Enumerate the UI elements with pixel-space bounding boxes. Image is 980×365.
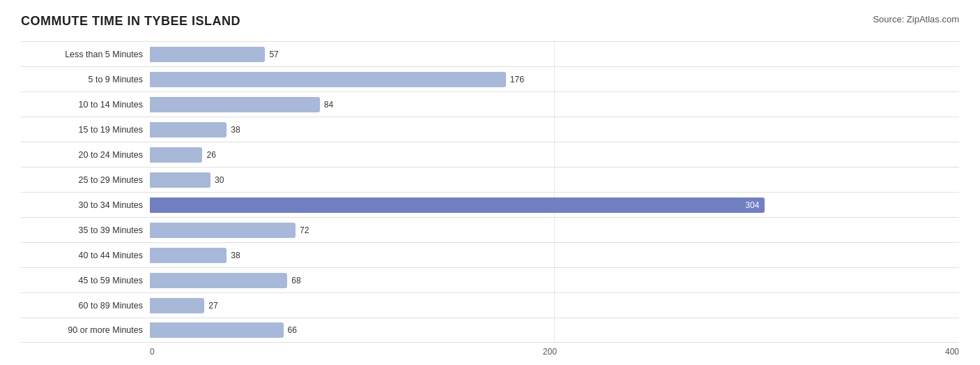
bar-container: 68 [150, 268, 959, 292]
bar-row: 20 to 24 Minutes26 [21, 142, 959, 167]
x-axis-label-0: 0 [150, 347, 155, 357]
bar-fill [150, 322, 284, 338]
bar-container: 38 [150, 243, 959, 267]
bar-label: 60 to 89 Minutes [21, 301, 150, 311]
bar-fill [150, 72, 506, 87]
bar-row: 40 to 44 Minutes38 [21, 242, 959, 267]
bar-fill [150, 47, 265, 62]
bar-row: 90 or more Minutes66 [21, 318, 959, 343]
bar-container: 66 [150, 318, 959, 342]
bar-row: 25 to 29 Minutes30 [21, 167, 959, 192]
chart-source: Source: ZipAtlas.com [873, 14, 959, 24]
bar-fill [150, 147, 202, 163]
bar-container: 176 [150, 67, 959, 91]
bar-value: 27 [208, 301, 217, 311]
chart-area: Less than 5 Minutes575 to 9 Minutes17610… [21, 41, 959, 357]
x-axis-labels: 0 200 400 [150, 347, 959, 357]
bar-fill [150, 248, 227, 263]
bar-fill [150, 172, 210, 188]
bar-fill [150, 122, 227, 137]
bar-label: 30 to 34 Minutes [21, 200, 150, 210]
bar-fill: 304 [150, 198, 765, 213]
bar-value: 72 [300, 225, 309, 235]
bar-row: Less than 5 Minutes57 [21, 41, 959, 66]
bar-value: 304 [745, 200, 759, 210]
chart-header: COMMUTE TIME IN TYBEE ISLAND Source: Zip… [21, 14, 959, 29]
bar-label: 20 to 24 Minutes [21, 150, 150, 160]
bar-fill [150, 223, 296, 238]
x-axis-label-200: 200 [543, 347, 557, 357]
bars-container: Less than 5 Minutes575 to 9 Minutes17610… [21, 41, 959, 343]
bar-label: 10 to 14 Minutes [21, 100, 150, 110]
bar-row: 45 to 59 Minutes68 [21, 267, 959, 292]
bar-container: 26 [150, 142, 959, 167]
bar-row: 35 to 39 Minutes72 [21, 217, 959, 242]
bar-row: 10 to 14 Minutes84 [21, 91, 959, 117]
bar-row: 5 to 9 Minutes176 [21, 66, 959, 91]
bar-label: 40 to 44 Minutes [21, 251, 150, 260]
bar-value: 68 [291, 276, 300, 285]
bar-value: 38 [231, 251, 240, 260]
x-axis: 0 200 400 [21, 347, 959, 357]
bar-value: 176 [510, 75, 524, 84]
bar-value: 26 [206, 150, 215, 160]
bar-label: 90 or more Minutes [21, 325, 150, 335]
bar-value: 38 [231, 125, 240, 135]
bar-container: 30 [150, 167, 959, 192]
bar-value: 84 [324, 100, 333, 110]
bar-value: 30 [215, 175, 224, 185]
bar-container: 72 [150, 218, 959, 242]
bar-label: 35 to 39 Minutes [21, 225, 150, 235]
bar-container: 57 [150, 42, 959, 66]
bar-row: 30 to 34 Minutes304 [21, 192, 959, 217]
bar-fill [150, 298, 204, 313]
bar-label: 25 to 29 Minutes [21, 175, 150, 185]
bar-container: 304 [150, 193, 959, 217]
bar-container: 27 [150, 293, 959, 318]
bar-fill [150, 97, 320, 112]
chart-title: COMMUTE TIME IN TYBEE ISLAND [21, 14, 240, 29]
bar-fill [150, 273, 287, 288]
bar-label: 5 to 9 Minutes [21, 75, 150, 84]
bar-value: 66 [288, 325, 297, 335]
bar-row: 60 to 89 Minutes27 [21, 292, 959, 318]
bar-label: 15 to 19 Minutes [21, 125, 150, 135]
bar-value: 57 [269, 50, 278, 59]
bar-container: 84 [150, 92, 959, 117]
bar-label: 45 to 59 Minutes [21, 276, 150, 285]
bar-label: Less than 5 Minutes [21, 50, 150, 59]
bar-container: 38 [150, 117, 959, 142]
bar-row: 15 to 19 Minutes38 [21, 117, 959, 142]
x-axis-label-400: 400 [945, 347, 959, 357]
